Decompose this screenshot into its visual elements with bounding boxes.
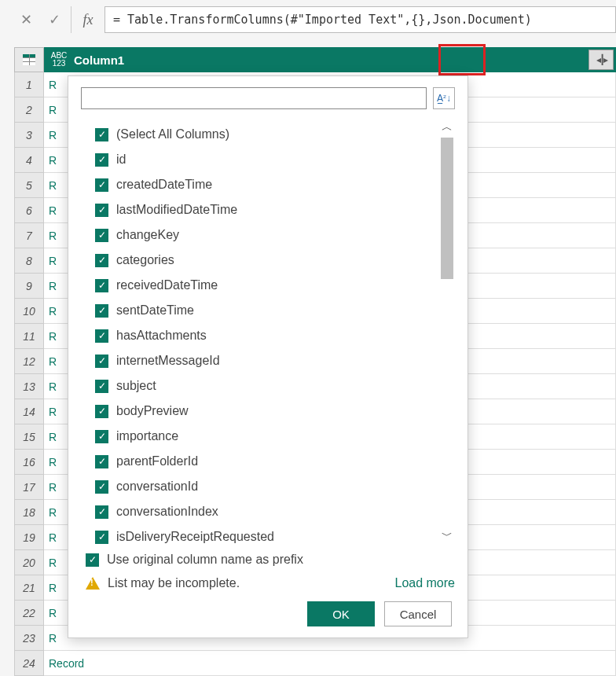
column-checklist-item[interactable]: ✓conversationIndex bbox=[95, 499, 439, 524]
commit-formula-button[interactable]: ✓ bbox=[42, 6, 66, 33]
sort-button[interactable]: A̲ᶻ↓ bbox=[433, 87, 455, 109]
column-checklist-item[interactable]: ✓subject bbox=[95, 373, 439, 399]
column-checklist-item[interactable]: ✓hasAttachments bbox=[95, 323, 439, 348]
column-checkbox[interactable]: ✓ bbox=[95, 430, 108, 443]
column-checkbox[interactable]: ✓ bbox=[95, 455, 108, 468]
column-checklist-item[interactable]: ✓bodyPreview bbox=[95, 399, 439, 424]
row-header[interactable]: 19 bbox=[14, 525, 44, 550]
column-header-column1[interactable]: ABC 123 Column1 ◂┃▸ bbox=[44, 47, 616, 72]
prefix-checkbox[interactable]: ✓ bbox=[86, 553, 99, 567]
column-checklist-item[interactable]: ✓id bbox=[95, 147, 439, 172]
column-checklist-item[interactable]: ✓internetMessageId bbox=[95, 348, 439, 373]
column-checkbox[interactable]: ✓ bbox=[95, 229, 108, 242]
column-checklist-label: subject bbox=[116, 379, 156, 393]
incomplete-warning-label: List may be incomplete. bbox=[108, 576, 240, 590]
row-header[interactable]: 22 bbox=[14, 601, 44, 626]
row-header[interactable]: 3 bbox=[14, 123, 44, 148]
dialog-buttons: OK Cancel bbox=[81, 601, 455, 626]
column-checklist: ✓(Select All Columns)✓id✓createdDateTime… bbox=[81, 119, 455, 545]
row-header[interactable]: 11 bbox=[14, 324, 44, 349]
row-header[interactable]: 12 bbox=[14, 349, 44, 374]
column-checkbox[interactable]: ✓ bbox=[95, 279, 108, 292]
column-checklist-items: ✓(Select All Columns)✓id✓createdDateTime… bbox=[81, 119, 439, 545]
row-header[interactable]: 16 bbox=[14, 450, 44, 475]
row-header[interactable]: 5 bbox=[14, 173, 44, 198]
expand-icon: ◂┃▸ bbox=[596, 54, 607, 65]
cancel-formula-button[interactable]: ✕ bbox=[14, 6, 38, 33]
column-checkbox[interactable]: ✓ bbox=[95, 178, 108, 192]
column-checklist-label: bodyPreview bbox=[116, 404, 189, 418]
column-checklist-item[interactable]: ✓lastModifiedDateTime bbox=[95, 197, 439, 222]
column-checklist-label: sentDateTime bbox=[116, 303, 194, 318]
scroll-thumb[interactable] bbox=[441, 138, 453, 279]
column-checkbox[interactable]: ✓ bbox=[95, 153, 108, 167]
column-checklist-item[interactable]: ✓conversationId bbox=[95, 474, 439, 499]
formula-input[interactable]: = Table.TransformColumns(#"Imported Text… bbox=[104, 6, 616, 33]
column-checklist-item[interactable]: ✓(Select All Columns) bbox=[95, 122, 439, 147]
prefix-option-row: ✓ Use original column name as prefix bbox=[86, 553, 455, 567]
column-checkbox[interactable]: ✓ bbox=[95, 254, 108, 267]
row-header[interactable]: 13 bbox=[14, 374, 44, 399]
column-checklist-item[interactable]: ✓receivedDateTime bbox=[95, 273, 439, 298]
row-header[interactable]: 15 bbox=[14, 424, 44, 450]
row-header[interactable]: 10 bbox=[14, 299, 44, 324]
column-checklist-item[interactable]: ✓parentFolderId bbox=[95, 449, 439, 474]
scroll-up-icon[interactable]: ︿ bbox=[440, 120, 454, 134]
warning-icon bbox=[86, 577, 100, 590]
column-checkbox[interactable]: ✓ bbox=[95, 531, 108, 544]
column-checklist-label: createdDateTime bbox=[116, 178, 212, 192]
column-header-row: ABC 123 Column1 ◂┃▸ bbox=[14, 47, 616, 72]
row-header[interactable]: 4 bbox=[14, 148, 44, 173]
column-checkbox[interactable]: ✓ bbox=[95, 355, 108, 368]
column-checklist-item[interactable]: ✓changeKey bbox=[95, 222, 439, 248]
scroll-down-icon[interactable]: ﹀ bbox=[440, 529, 454, 543]
table-row[interactable]: 24Record bbox=[14, 651, 616, 676]
row-header[interactable]: 14 bbox=[14, 399, 44, 424]
expand-column-button[interactable]: ◂┃▸ bbox=[588, 50, 614, 70]
row-header[interactable]: 18 bbox=[14, 500, 44, 525]
column-checklist-label: hasAttachments bbox=[116, 329, 207, 343]
column-checkbox[interactable]: ✓ bbox=[95, 128, 108, 141]
column-checklist-label: conversationIndex bbox=[116, 505, 218, 519]
column-checklist-item[interactable]: ✓importance bbox=[95, 424, 439, 449]
row-header[interactable]: 1 bbox=[14, 72, 44, 97]
column-search-input[interactable] bbox=[81, 87, 427, 109]
divider bbox=[71, 6, 72, 33]
row-header[interactable]: 17 bbox=[14, 475, 44, 500]
column-checkbox[interactable]: ✓ bbox=[95, 480, 108, 494]
column-checkbox[interactable]: ✓ bbox=[95, 405, 108, 418]
column-checklist-label: importance bbox=[116, 429, 178, 443]
column-checkbox[interactable]: ✓ bbox=[95, 505, 108, 519]
column-checkbox[interactable]: ✓ bbox=[95, 304, 108, 318]
fx-icon: fx bbox=[76, 6, 100, 33]
column-checklist-item[interactable]: ✓createdDateTime bbox=[95, 172, 439, 197]
ok-button[interactable]: OK bbox=[307, 601, 375, 626]
column-checkbox[interactable]: ✓ bbox=[95, 380, 108, 393]
row-header[interactable]: 21 bbox=[14, 575, 44, 601]
expand-columns-panel: A̲ᶻ↓ ✓(Select All Columns)✓id✓createdDat… bbox=[68, 75, 468, 638]
column-checklist-item[interactable]: ✓categories bbox=[95, 248, 439, 273]
row-header[interactable]: 24 bbox=[14, 651, 44, 676]
column-checklist-label: isDeliveryReceiptRequested bbox=[116, 530, 274, 544]
row-header[interactable]: 2 bbox=[14, 97, 44, 123]
column-checkbox[interactable]: ✓ bbox=[95, 329, 108, 343]
column-checklist-item[interactable]: ✓isDeliveryReceiptRequested bbox=[95, 524, 439, 545]
load-more-link[interactable]: Load more bbox=[395, 576, 456, 590]
row-header[interactable]: 7 bbox=[14, 223, 44, 248]
column-checklist-item[interactable]: ✓sentDateTime bbox=[95, 298, 439, 323]
row-header[interactable]: 20 bbox=[14, 550, 44, 575]
row-header[interactable]: 8 bbox=[14, 248, 44, 274]
incomplete-warning-row: List may be incomplete. Load more bbox=[86, 576, 455, 590]
column-checklist-label: (Select All Columns) bbox=[116, 127, 229, 141]
row-header[interactable]: 9 bbox=[14, 274, 44, 299]
column-checkbox[interactable]: ✓ bbox=[95, 204, 108, 217]
datatype-any-icon: ABC 123 bbox=[49, 52, 69, 68]
row-header[interactable]: 23 bbox=[14, 626, 44, 651]
scrollbar[interactable]: ︿ ﹀ bbox=[439, 119, 455, 545]
cancel-button[interactable]: Cancel bbox=[384, 601, 452, 626]
row-header[interactable]: 6 bbox=[14, 198, 44, 223]
column-checklist-label: lastModifiedDateTime bbox=[116, 203, 237, 217]
select-all-corner[interactable] bbox=[14, 47, 44, 72]
row-cell[interactable]: Record bbox=[44, 651, 616, 676]
sort-az-icon: A̲ᶻ↓ bbox=[437, 93, 451, 104]
